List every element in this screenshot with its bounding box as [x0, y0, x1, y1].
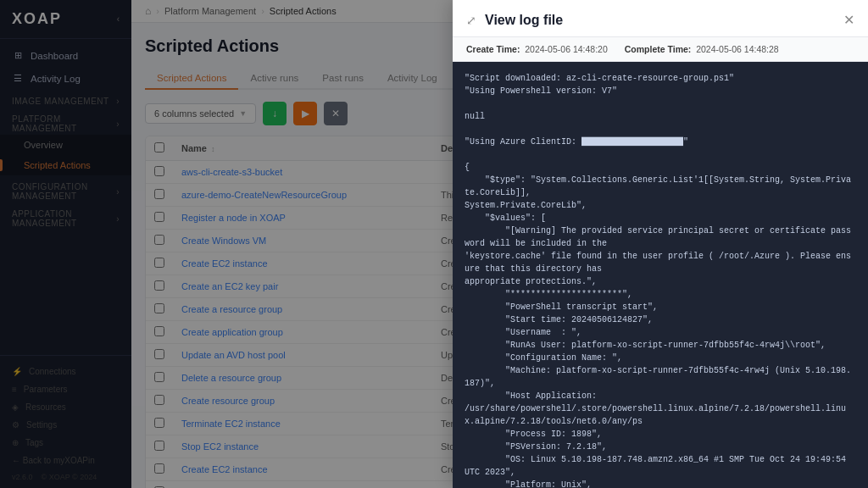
create-time-label-text: Create Time: [466, 44, 520, 54]
complete-time-label-text: Complete Time: [625, 44, 692, 54]
log-meta: Create Time: 2024-05-06 14:48:20 Complet… [453, 37, 868, 62]
close-icon[interactable]: ✕ [843, 12, 854, 28]
log-content-area: "Script downloaded: az-cli-create-resour… [453, 62, 868, 488]
create-time-value: 2024-05-06 14:48:20 [525, 44, 608, 54]
complete-time-label: Complete Time: 2024-05-06 14:48:28 [625, 44, 779, 54]
log-panel-header: ⤢ View log file ✕ [453, 0, 868, 37]
log-panel-title-wrap: View log file [485, 13, 843, 28]
log-panel-title: View log file [485, 13, 843, 28]
complete-time-value: 2024-05-06 14:48:28 [696, 44, 779, 54]
log-text: "Script downloaded: az-cli-create-resour… [465, 72, 856, 488]
overlay[interactable]: ⤢ View log file ✕ Create Time: 2024-05-0… [0, 0, 868, 488]
expand-icon[interactable]: ⤢ [466, 14, 476, 27]
create-time-label: Create Time: 2024-05-06 14:48:20 [466, 44, 608, 54]
log-panel: ⤢ View log file ✕ Create Time: 2024-05-0… [453, 0, 868, 488]
